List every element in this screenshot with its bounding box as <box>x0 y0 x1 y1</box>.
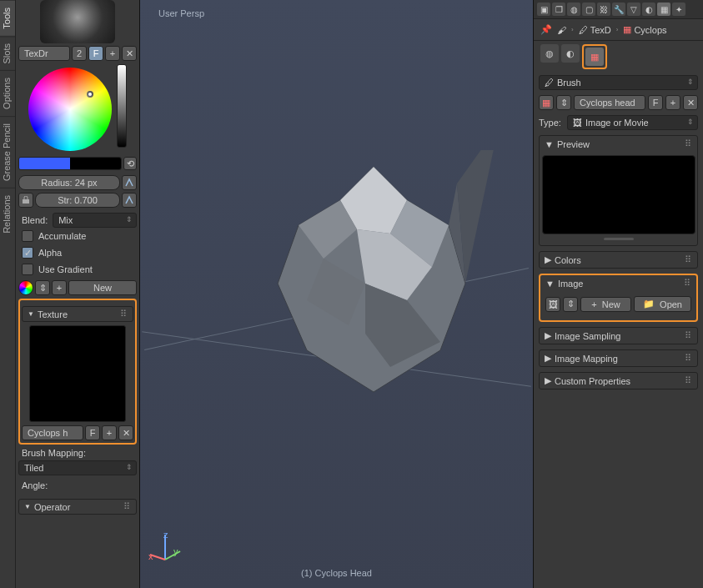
preview-panel-header[interactable]: ▼Preview⠿ <box>540 136 697 152</box>
brush-preview[interactable] <box>40 0 115 43</box>
image-icon: 🖼 <box>573 118 582 128</box>
material-tab-icon[interactable]: ◐ <box>642 3 655 16</box>
texture-fake-user[interactable]: F <box>648 95 663 110</box>
accumulate-label: Accumulate <box>38 231 86 241</box>
caret-down-icon: ▼ <box>24 503 31 510</box>
image-mapping-panel-header[interactable]: ▶Image Mapping⠿ <box>540 350 697 366</box>
texture-browse-dropdown[interactable]: ⇕ <box>556 95 571 110</box>
texture-preview[interactable] <box>29 325 126 422</box>
texture-browse-icon[interactable]: ▦ <box>539 95 554 110</box>
svg-rect-0 <box>23 199 29 204</box>
brush-datablock-dropdown[interactable]: 🖊 Brush <box>539 75 698 90</box>
world-tab-icon[interactable]: ◍ <box>567 3 580 16</box>
tool-panel: TexDr 2 F + ✕ ⟲ Radius: 24 px Str: 0.700… <box>16 0 139 588</box>
grip-icon[interactable]: ⠿ <box>123 501 131 512</box>
strength-pressure-toggle[interactable] <box>122 193 137 208</box>
value-slider[interactable] <box>117 64 127 148</box>
image-panel-header[interactable]: ▼Image⠿ <box>540 275 696 291</box>
texture-unlink-button[interactable]: ✕ <box>683 95 698 110</box>
texture-name-field[interactable]: Cyclops h <box>22 425 83 440</box>
breadcrumb-brush-icon[interactable]: 🖌 <box>557 25 566 35</box>
data-tab-icon[interactable]: ▽ <box>627 3 640 16</box>
texture-context-highlight: ▦ <box>582 44 607 69</box>
operator-panel-header[interactable]: ▼ Operator ⠿ <box>18 499 137 515</box>
vtab-relations[interactable]: Relations <box>0 188 15 240</box>
strength-slider[interactable]: Str: 0.700 <box>35 193 120 208</box>
caret-down-icon: ▼ <box>28 310 34 318</box>
texture-type-dropdown[interactable]: 🖼 Image or Movie <box>567 115 698 130</box>
object-tab-icon[interactable]: ▢ <box>582 3 595 16</box>
brush-remove-button[interactable]: ✕ <box>122 46 137 61</box>
brush-icon: 🖊 <box>545 78 554 88</box>
layers-tab-icon[interactable]: ❐ <box>552 3 565 16</box>
header-icons: ▣ ❐ ◍ ▢ ⛓ 🔧 ▽ ◐ ▦ ✦ <box>534 0 703 19</box>
use-gradient-label: Use Gradient <box>38 264 93 274</box>
breadcrumb-texd[interactable]: 🖊TexD <box>579 25 611 35</box>
palette-new-button[interactable]: New <box>68 280 137 295</box>
viewport-object-name: (1) Cyclops Head <box>140 568 533 578</box>
vtab-grease-pencil[interactable]: Grease Pencil <box>0 116 15 188</box>
pin-icon[interactable]: 📌 <box>540 24 552 35</box>
type-label: Type: <box>539 118 565 128</box>
accumulate-checkbox[interactable] <box>22 230 33 242</box>
axis-gizmo: zyx <box>148 530 182 563</box>
context-world-icon[interactable]: ◍ <box>540 44 559 63</box>
radius-slider[interactable]: Radius: 24 px <box>18 175 120 190</box>
brush-mapping-label: Brush Mapping: <box>18 445 137 458</box>
brush-fake-user-toggle[interactable]: F <box>88 46 103 61</box>
vtab-tools[interactable]: Tools <box>0 0 15 36</box>
resize-handle[interactable] <box>604 238 634 240</box>
3d-viewport[interactable]: User Persp zyx (1) Cyclops Head <box>139 0 534 588</box>
alpha-checkbox[interactable]: ✓ <box>22 247 33 259</box>
texture-context-bar: ◍ ◐ ▦ <box>534 41 703 73</box>
texture-panel-title: Texture <box>38 309 68 319</box>
operator-panel-title: Operator <box>34 502 70 512</box>
palette-browse-icon[interactable]: ⇕ <box>35 280 50 295</box>
mesh-object[interactable] <box>240 150 507 417</box>
use-gradient-checkbox[interactable] <box>22 264 33 275</box>
breadcrumb-cyclops[interactable]: ▦Cyclops <box>623 24 666 35</box>
brush-name-field[interactable]: TexDr <box>18 46 70 61</box>
folder-icon: 📁 <box>643 299 655 309</box>
constraints-tab-icon[interactable]: ⛓ <box>597 3 610 16</box>
color-swatch[interactable] <box>18 157 122 170</box>
image-section-highlight: ▼Image⠿ 🖼 ⇕ +New 📁Open <box>539 274 698 322</box>
blend-dropdown[interactable]: Mix <box>53 213 137 228</box>
strength-lock-icon[interactable] <box>18 193 33 208</box>
texture-fake-user-toggle[interactable]: F <box>85 425 100 440</box>
context-brush-icon[interactable]: ▦ <box>585 48 604 66</box>
image-browse-dropdown[interactable]: ⇕ <box>563 297 578 312</box>
radius-pressure-toggle[interactable] <box>122 175 137 190</box>
vtab-slots[interactable]: Slots <box>0 36 15 70</box>
image-browse-icon[interactable]: 🖼 <box>545 297 560 312</box>
texture-preview-box[interactable] <box>542 155 695 234</box>
texture-section-highlight: ▼ Texture ⠿ Cyclops h F + ✕ <box>18 299 137 445</box>
palette-add-button[interactable]: + <box>52 280 67 295</box>
image-open-button[interactable]: 📁Open <box>634 296 691 312</box>
brush-add-button[interactable]: + <box>105 46 120 61</box>
texture-add-button[interactable]: + <box>102 425 117 440</box>
color-wheel[interactable] <box>28 68 112 151</box>
vtab-options[interactable]: Options <box>0 70 15 116</box>
blend-label: Blend: <box>18 215 51 225</box>
properties-panel: ▣ ❐ ◍ ▢ ⛓ 🔧 ▽ ◐ ▦ ✦ 📌 🖌 › 🖊TexD › ▦Cyclo… <box>534 0 703 588</box>
swap-colors-button[interactable]: ⟲ <box>123 157 137 170</box>
texture-tab-icon[interactable]: ▦ <box>657 3 670 16</box>
texture-new-button[interactable]: + <box>665 95 680 110</box>
render-tab-icon[interactable]: ▣ <box>537 3 550 16</box>
texture-remove-button[interactable]: ✕ <box>118 425 133 440</box>
context-material-icon[interactable]: ◐ <box>561 44 580 63</box>
particles-tab-icon[interactable]: ✦ <box>672 3 685 16</box>
texture-name-input[interactable]: Cyclops head <box>574 95 645 110</box>
brush-mapping-dropdown[interactable]: Tiled <box>18 460 137 475</box>
colors-panel-header[interactable]: ▶Colors⠿ <box>540 252 697 268</box>
plus-icon: + <box>591 299 596 309</box>
brush-users-count[interactable]: 2 <box>72 46 87 61</box>
texture-panel-header[interactable]: ▼ Texture ⠿ <box>22 306 133 322</box>
modifiers-tab-icon[interactable]: 🔧 <box>612 3 625 16</box>
palette-icon[interactable] <box>18 280 33 295</box>
grip-icon[interactable]: ⠿ <box>120 309 128 319</box>
image-sampling-panel-header[interactable]: ▶Image Sampling⠿ <box>540 328 697 344</box>
image-new-button[interactable]: +New <box>580 297 631 312</box>
custom-properties-panel-header[interactable]: ▶Custom Properties⠿ <box>540 373 697 389</box>
